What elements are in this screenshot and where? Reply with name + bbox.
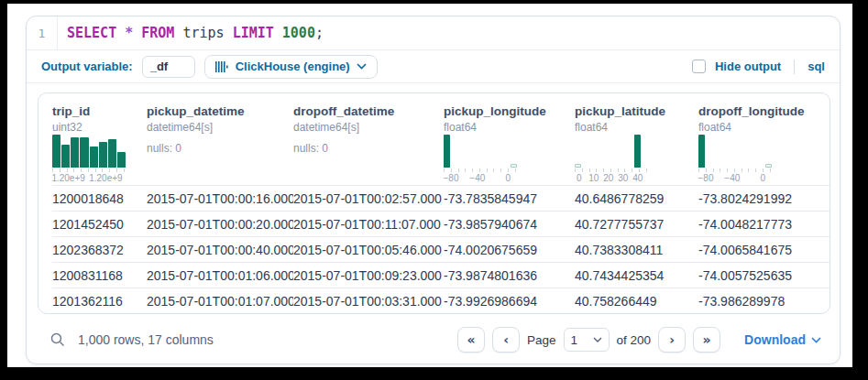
sql-code-line[interactable]: SELECT * FROM trips LIMIT 1000; [58, 16, 324, 49]
table-cell: 2015-07-01T00:00:40.000 [147, 237, 293, 262]
output-variable-input[interactable] [142, 56, 195, 78]
column-name: pickup_longitude [444, 104, 575, 118]
column-dtype: float64 [444, 121, 575, 134]
column-dtype: datetime64[s] [293, 121, 444, 134]
table-cell: -74.0065841675 [698, 237, 830, 262]
engine-selector-button[interactable]: ClickHouse (engine) [204, 55, 378, 79]
table-cell: 2015-07-01T00:00:16.000 [147, 186, 293, 211]
column-header-pickup_datetime[interactable]: pickup_datetimedatetime64[s]nulls: 0 [147, 104, 293, 185]
column-name: pickup_latitude [575, 104, 698, 118]
line-number: 1 [27, 16, 58, 49]
sql-cell: 1 SELECT * FROM trips LIMIT 1000; Output… [26, 16, 841, 364]
column-dtype: float64 [575, 121, 698, 134]
table-cell: 2015-07-01T00:09:23.000 [293, 263, 444, 288]
row-count-summary: 1,000 rows, 17 columns [78, 332, 214, 347]
table-cell: 2015-07-01T00:11:07.000 [293, 212, 444, 236]
column-header-pickup_longitude[interactable]: pickup_longitudefloat64−80−400 [444, 104, 575, 185]
table-cell: 2015-07-01T00:05:46.000 [293, 237, 444, 262]
histogram-pickup_latitude: 010203040 [575, 135, 648, 183]
column-name: trip_id [52, 104, 147, 118]
column-dtype: float64 [698, 121, 830, 134]
table-cell: 2015-07-01T00:02:57.000 [293, 186, 444, 211]
histogram-dropoff_longitude: −80−400 [698, 135, 772, 183]
table-cell: 40.758266449 [575, 288, 698, 313]
cell-toolbar: Output variable: ClickHouse (engine) Hid… [27, 50, 840, 83]
table-cell: 40.6486778259 [575, 186, 698, 211]
table-cell: 1201452450 [52, 212, 147, 236]
histogram-trip_id: 1.20e+91.20e+9 [52, 135, 126, 183]
dataframe-table: trip_iduint321.20e+91.20e+9pickup_dateti… [38, 92, 830, 314]
sql-keyword: FROM [141, 25, 182, 41]
table-cell: 40.7277755737 [575, 212, 698, 236]
table-cell: 2015-07-01T00:01:06.000 [147, 263, 293, 288]
code-editor[interactable]: 1 SELECT * FROM trips LIMIT 1000; [27, 16, 840, 50]
column-nulls: nulls: 0 [293, 142, 444, 155]
last-page-button[interactable]: » [693, 327, 720, 353]
table-row[interactable]: 12008311682015-07-01T00:01:06.0002015-07… [52, 262, 830, 288]
table-cell: 1200831168 [52, 263, 147, 288]
page-number-value: 1 [571, 333, 578, 347]
clickhouse-logo-icon [215, 61, 229, 72]
output-variable-label: Output variable: [41, 60, 133, 73]
chevron-down-icon [811, 337, 821, 343]
hide-output-label: Hide output [715, 60, 781, 73]
histogram-pickup_longitude: −80−400 [444, 135, 517, 183]
toolbar-divider [794, 60, 795, 74]
table-header-row: trip_iduint321.20e+91.20e+9pickup_dateti… [38, 93, 830, 185]
sql-table-name: trips [182, 25, 232, 41]
sql-semicolon: ; [315, 25, 324, 41]
column-dtype: datetime64[s] [147, 121, 293, 134]
column-nulls: nulls: 0 [147, 142, 293, 155]
sql-keyword: SELECT [67, 25, 125, 41]
first-page-button[interactable]: « [457, 327, 485, 353]
column-header-trip_id[interactable]: trip_iduint321.20e+91.20e+9 [52, 104, 147, 185]
table-cell: -73.9926986694 [444, 288, 575, 313]
table-cell: 1201362116 [52, 288, 147, 313]
chevron-down-icon [357, 63, 367, 70]
table-cell: -73.9874801636 [444, 263, 575, 288]
notebook-page: 1 SELECT * FROM trips LIMIT 1000; Output… [7, 4, 852, 367]
column-name: dropoff_datetime [293, 104, 444, 118]
download-button[interactable]: Download [744, 332, 821, 347]
table-cell: -73.9857940674 [444, 212, 575, 236]
table-cell: -73.7835845947 [444, 186, 575, 211]
column-header-pickup_latitude[interactable]: pickup_latitudefloat64010203040 [575, 104, 698, 185]
next-page-button[interactable]: › [658, 327, 686, 353]
table-cell: 2015-07-01T00:00:20.000 [147, 212, 293, 236]
search-icon[interactable] [50, 332, 65, 347]
table-cell: 40.7434425354 [575, 263, 698, 288]
table-row[interactable]: 12013621162015-07-01T00:01:07.0002015-07… [52, 288, 830, 313]
table-row[interactable]: 12000186482015-07-01T00:00:16.0002015-07… [52, 185, 830, 211]
previous-page-button[interactable]: ‹ [492, 327, 520, 353]
download-label: Download [744, 332, 806, 347]
column-header-dropoff_longitude[interactable]: dropoff_longitudefloat64−80−400 [698, 104, 830, 185]
column-name: dropoff_longitude [698, 104, 830, 118]
page-total-label: of 200 [617, 333, 652, 347]
sql-number: 1000 [282, 25, 315, 41]
table-body: 12000186482015-07-01T00:00:16.0002015-07… [38, 185, 830, 313]
hide-output-checkbox[interactable] [692, 60, 706, 73]
chevron-down-icon [593, 337, 602, 342]
table-cell: 2015-07-01T00:03:31.000 [293, 288, 444, 313]
sql-operator: * [125, 25, 141, 41]
table-cell: 2015-07-01T00:01:07.000 [147, 288, 293, 313]
table-cell: 40.7383308411 [575, 237, 698, 262]
table-cell: -74.0020675659 [444, 237, 575, 262]
table-cell: -74.0057525635 [698, 263, 830, 288]
page-label: Page [527, 333, 556, 347]
table-cell: -73.8024291992 [698, 186, 830, 211]
column-name: pickup_datetime [147, 104, 293, 118]
language-badge[interactable]: sql [808, 60, 825, 73]
column-header-dropoff_datetime[interactable]: dropoff_datetimedatetime64[s]nulls: 0 [293, 104, 444, 185]
pagination: « ‹ Page 1 of 200 › » [457, 327, 720, 353]
sql-keyword: LIMIT [233, 25, 282, 41]
table-cell: -73.986289978 [698, 288, 830, 313]
column-dtype: uint32 [52, 121, 147, 134]
engine-label: ClickHouse (engine) [236, 60, 350, 73]
table-footer: 1,000 rows, 17 columns « ‹ Page 1 of 200… [27, 314, 840, 353]
table-row[interactable]: 12023683722015-07-01T00:00:40.0002015-07… [52, 236, 830, 262]
table-row[interactable]: 12014524502015-07-01T00:00:20.0002015-07… [52, 211, 830, 236]
page-number-select[interactable]: 1 [564, 328, 610, 352]
table-cell: -74.0048217773 [698, 212, 830, 236]
table-cell: 1202368372 [52, 237, 147, 262]
